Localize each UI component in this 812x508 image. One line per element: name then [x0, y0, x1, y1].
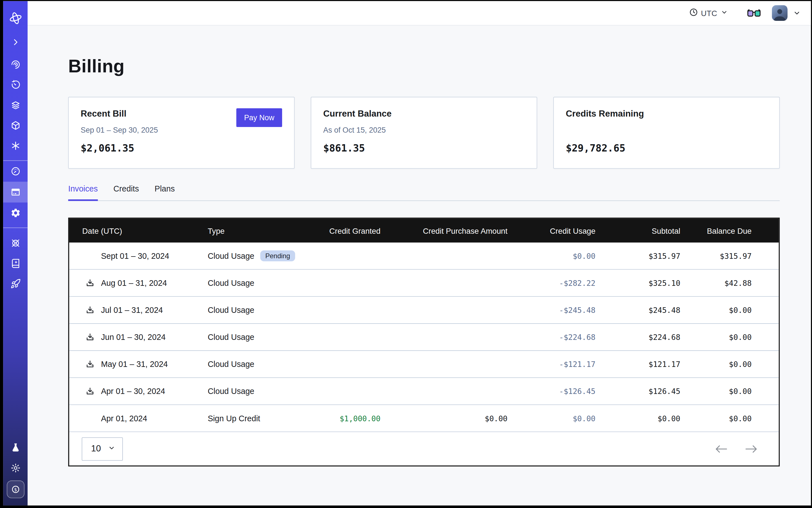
subtotal-value: $325.10 — [596, 279, 680, 287]
settings-gear-icon[interactable] — [3, 203, 28, 223]
invoices-table: Date (UTC) Type Credit Granted Credit Pu… — [68, 218, 780, 467]
topbar: UTC — [28, 1, 811, 26]
subtotal-value: $224.68 — [596, 333, 680, 341]
balance-due-value: $0.00 — [680, 360, 778, 368]
download-invoice-icon[interactable] — [85, 387, 95, 396]
table-row: May 01 – 31, 2024 Cloud Usage -$121.17 $… — [69, 351, 779, 378]
avatar[interactable] — [772, 5, 787, 20]
labs-flask-icon[interactable] — [3, 442, 28, 453]
balance-due-value: $0.00 — [680, 333, 778, 341]
table-row: Jul 01 – 31, 2024 Cloud Usage -$245.48 $… — [69, 297, 779, 324]
timezone-label: UTC — [701, 9, 717, 17]
balance-due-value: $0.00 — [680, 414, 778, 423]
invoice-type: Cloud Usage — [208, 278, 255, 288]
invoice-date: Jun 01 – 30, 2024 — [101, 332, 166, 342]
credit-purchase-value: $0.00 — [380, 414, 507, 423]
billing-period: Sep 01 – Sep 30, 2025 — [81, 126, 158, 134]
credits-remaining-amount: $29,782.65 — [566, 142, 625, 154]
credits-dollar-icon[interactable]: $ — [6, 480, 24, 498]
table-row: Sept 01 – 30, 2024 Cloud UsagePending $0… — [69, 243, 779, 270]
tab-credits[interactable]: Credits — [114, 184, 139, 200]
asterisk-icon[interactable] — [3, 140, 28, 151]
current-balance-amount: $861.35 — [323, 142, 365, 154]
billing-card-icon[interactable] — [3, 182, 28, 203]
credit-usage-value: -$126.45 — [508, 387, 596, 396]
recent-bill-amount: $2,061.35 — [81, 142, 134, 154]
credit-usage-value: -$245.48 — [508, 306, 596, 314]
tab-plans[interactable]: Plans — [155, 184, 175, 200]
download-invoice-icon[interactable] — [85, 278, 95, 288]
column-header-date: Date (UTC) — [69, 226, 208, 235]
download-spacer — [85, 251, 95, 260]
subtotal-value: $0.00 — [596, 414, 680, 423]
usage-gauge-icon[interactable] — [3, 161, 28, 182]
current-balance-card: Current Balance As of Oct 15, 2025 $861.… — [311, 97, 537, 169]
invoice-type: Cloud Usage — [208, 359, 255, 369]
screen-frame: $ UTC Billing Recent Bill Sep 01 – Sep 3… — [0, 0, 812, 508]
invoice-date: Apr 01 – 30, 2024 — [101, 387, 165, 396]
clock-icon — [689, 8, 698, 18]
sidebar-divider — [3, 227, 28, 228]
invoice-date: Aug 01 – 31, 2024 — [101, 278, 167, 288]
recent-bill-card: Recent Bill Sep 01 – Sep 30, 2025 $2,061… — [68, 97, 295, 169]
chevron-down-icon — [721, 8, 728, 18]
page-title: Billing — [68, 55, 780, 77]
card-title: Current Balance — [323, 109, 392, 119]
logo-icon[interactable] — [3, 11, 28, 25]
invoice-type: Sign Up Credit — [208, 414, 260, 423]
tab-invoices[interactable]: Invoices — [68, 184, 98, 200]
column-header-subtotal: Subtotal — [596, 226, 680, 235]
column-header-credit-purchase-amount: Credit Purchase Amount — [380, 226, 507, 235]
column-header-type: Type — [208, 226, 318, 235]
chevron-down-icon — [108, 444, 116, 453]
column-header-balance-due: Balance Due — [680, 226, 778, 235]
pay-now-button[interactable]: Pay Now — [236, 109, 282, 127]
support-wheel-icon[interactable] — [3, 238, 28, 248]
status-badge: Pending — [260, 250, 295, 261]
download-spacer — [85, 414, 95, 423]
table-row: Apr 01 – 30, 2024 Cloud Usage -$126.45 $… — [69, 378, 779, 405]
subtotal-value: $245.48 — [596, 306, 680, 314]
main-content: Billing Recent Bill Sep 01 – Sep 30, 202… — [28, 26, 811, 505]
credit-usage-value: $0.00 — [508, 252, 596, 260]
sidebar: $ — [3, 1, 28, 505]
page-size-select[interactable]: 10 — [82, 437, 123, 460]
invoice-type: Cloud Usage — [208, 305, 255, 314]
timezone-dropdown[interactable]: UTC — [689, 8, 728, 18]
credits-remaining-card: Credits Remaining $29,782.65 — [553, 97, 780, 169]
invoice-date: Jul 01 – 31, 2024 — [101, 305, 163, 314]
column-header-credit-granted: Credit Granted — [318, 226, 381, 235]
invoice-type: Cloud Usage — [208, 387, 255, 396]
history-timer-icon[interactable] — [3, 80, 28, 90]
app-window: $ UTC Billing Recent Bill Sep 01 – Sep 3… — [3, 1, 811, 505]
card-title: Recent Bill — [81, 109, 126, 119]
glasses-icon[interactable] — [747, 8, 761, 18]
download-invoice-icon[interactable] — [85, 305, 95, 314]
chevron-down-icon[interactable] — [793, 9, 801, 17]
summary-cards: Recent Bill Sep 01 – Sep 30, 2025 $2,061… — [68, 97, 780, 169]
docs-book-icon[interactable] — [3, 258, 28, 269]
balance-due-value: $0.00 — [680, 306, 778, 314]
previous-page-icon[interactable] — [715, 444, 728, 453]
pagination — [715, 444, 758, 453]
balance-due-value: $315.97 — [680, 252, 778, 260]
cube-icon[interactable] — [3, 120, 28, 131]
subtotal-value: $121.17 — [596, 360, 680, 368]
download-invoice-icon[interactable] — [85, 359, 95, 369]
quickstart-rocket-icon[interactable] — [3, 279, 28, 289]
column-header-credit-usage: Credit Usage — [508, 226, 596, 235]
chevron-right-icon[interactable] — [3, 37, 28, 47]
download-invoice-icon[interactable] — [85, 332, 95, 342]
next-page-icon[interactable] — [745, 444, 758, 453]
invoice-type: Cloud Usage — [208, 332, 255, 342]
credit-usage-value: -$121.17 — [508, 360, 596, 368]
credit-usage-value: -$224.68 — [508, 333, 596, 341]
page-size-value: 10 — [91, 443, 101, 454]
observe-icon[interactable] — [3, 59, 28, 70]
layers-icon[interactable] — [3, 100, 28, 111]
table-row: Aug 01 – 31, 2024 Cloud Usage -$282.22 $… — [69, 270, 779, 297]
balance-due-value: $42.88 — [680, 279, 778, 287]
invoice-date: Sept 01 – 30, 2024 — [101, 251, 169, 260]
theme-sun-icon[interactable] — [3, 463, 28, 473]
invoice-date: May 01 – 31, 2024 — [101, 359, 168, 369]
